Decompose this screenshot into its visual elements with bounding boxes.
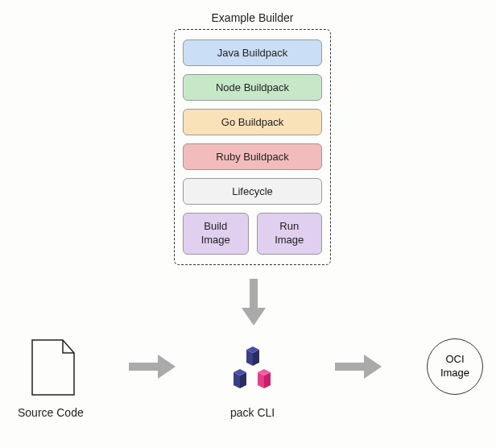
buildpack-ruby: Ruby Buildpack: [183, 143, 322, 170]
svg-rect-14: [335, 363, 366, 371]
svg-marker-4: [158, 355, 176, 379]
build-image-line1: Build: [204, 220, 227, 232]
builder-title: Example Builder: [174, 11, 331, 24]
svg-marker-2: [32, 340, 74, 395]
pack-cli-label: pack CLI: [230, 406, 275, 419]
run-image-box: Run Image: [257, 213, 323, 255]
arrow-right-1-icon: [129, 355, 177, 382]
lifecycle-box: Lifecycle: [183, 178, 322, 205]
buildpack-node: Node Buildpack: [183, 74, 322, 101]
file-icon: [31, 338, 76, 400]
svg-rect-0: [250, 279, 258, 309]
arrow-right-2-icon: [335, 355, 383, 382]
builder-container: Java Buildpack Node Buildpack Go Buildpa…: [174, 29, 331, 265]
svg-marker-15: [364, 355, 382, 379]
build-image-line2: Image: [201, 234, 230, 246]
source-code-label: Source Code: [18, 406, 84, 419]
oci-line2: Image: [440, 367, 469, 379]
arrow-down-icon: [242, 279, 266, 330]
run-image-line1: Run: [279, 220, 299, 232]
oci-image-circle: OCI Image: [427, 338, 483, 395]
build-image-box: Build Image: [183, 213, 249, 255]
buildpack-java: Java Buildpack: [183, 39, 322, 66]
svg-rect-3: [129, 363, 159, 371]
pack-cli-logo: [229, 342, 277, 392]
svg-marker-1: [242, 308, 266, 326]
buildpack-go: Go Buildpack: [183, 109, 322, 135]
run-image-line2: Image: [275, 234, 304, 246]
oci-line1: OCI: [445, 353, 464, 365]
